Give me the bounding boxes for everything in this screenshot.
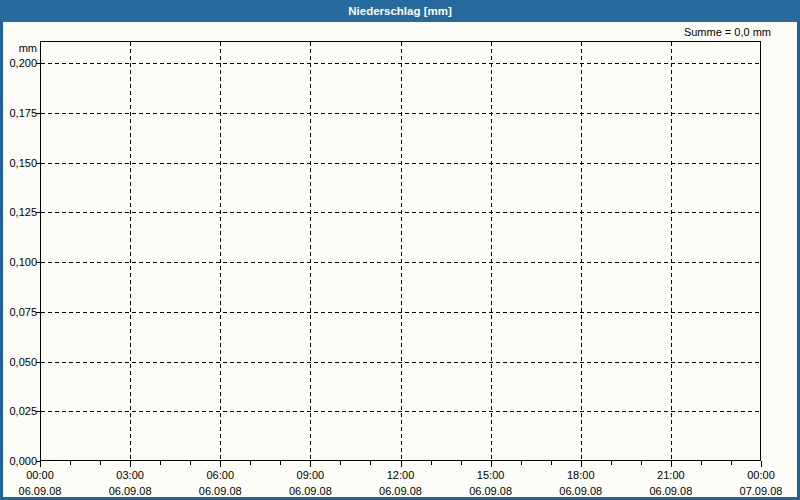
plot-area [40,41,761,461]
x-tick-date-label: 06.09.08 [536,485,626,497]
gridline-vertical [220,42,221,460]
x-tick-date-label: 06.09.08 [85,485,175,497]
x-tick-time-label: 00:00 [3,469,85,481]
x-tick-mark-minor [611,461,612,465]
y-tick-label: 0,075 [3,306,37,318]
gridline-vertical [130,42,131,460]
x-tick-mark-minor [280,461,281,465]
x-tick-mark-major [130,461,131,467]
x-tick-time-label: 09:00 [265,469,355,481]
x-tick-mark-minor [160,461,161,465]
x-tick-mark-minor [641,461,642,465]
y-tick-label: 0,175 [3,107,37,119]
gridline-vertical [581,42,582,460]
x-tick-date-label: 06.09.08 [356,485,446,497]
y-axis-unit-label: mm [3,42,37,54]
y-tick-label: 0,125 [3,206,37,218]
x-tick-mark-minor [370,461,371,465]
gridline-vertical [401,42,402,460]
gridline-vertical [671,42,672,460]
x-tick-mark-major [761,461,762,467]
chart-canvas: Summe = 0,0 mm mm0,2000,1750,1500,1250,1… [3,22,797,497]
x-tick-mark-minor [701,461,702,465]
y-tick-label: 0,150 [3,157,37,169]
x-tick-mark-major [401,461,402,467]
x-tick-date-label: 06.09.08 [265,485,355,497]
x-tick-mark-minor [70,461,71,465]
x-tick-time-label: 21:00 [626,469,716,481]
x-tick-time-label: 06:00 [175,469,265,481]
sum-label: Summe = 0,0 mm [684,26,771,38]
chart-window: Niederschlag [mm] Summe = 0,0 mm mm0,200… [0,0,800,500]
x-tick-date-label: 06.09.08 [446,485,536,497]
x-tick-date-label: 06.09.08 [3,485,85,497]
y-tick-label: 0,100 [3,256,37,268]
x-tick-mark-minor [461,461,462,465]
window-titlebar[interactable]: Niederschlag [mm] [0,0,800,22]
x-tick-mark-minor [190,461,191,465]
x-tick-time-label: 12:00 [356,469,446,481]
x-tick-mark-minor [340,461,341,465]
x-tick-mark-minor [731,461,732,465]
y-tick-label: 0,000 [3,455,37,467]
x-tick-mark-minor [551,461,552,465]
y-tick-label: 0,025 [3,405,37,417]
x-tick-time-label: 18:00 [536,469,626,481]
x-tick-mark-minor [521,461,522,465]
gridline-vertical [491,42,492,460]
x-tick-time-label: 00:00 [716,469,797,481]
x-tick-mark-minor [100,461,101,465]
x-tick-time-label: 15:00 [446,469,536,481]
x-tick-mark-major [581,461,582,467]
y-tick-label: 0,200 [3,57,37,69]
y-tick-label: 0,050 [3,356,37,368]
x-tick-mark-major [310,461,311,467]
x-tick-date-label: 06.09.08 [175,485,265,497]
x-tick-mark-major [220,461,221,467]
x-tick-mark-minor [250,461,251,465]
x-tick-time-label: 03:00 [85,469,175,481]
window-title: Niederschlag [mm] [348,5,452,17]
x-tick-mark-major [491,461,492,467]
x-tick-mark-major [671,461,672,467]
x-tick-mark-minor [431,461,432,465]
gridline-vertical [310,42,311,460]
x-tick-date-label: 06.09.08 [626,485,716,497]
x-tick-mark-major [40,461,41,467]
x-tick-date-label: 07.09.08 [716,485,797,497]
